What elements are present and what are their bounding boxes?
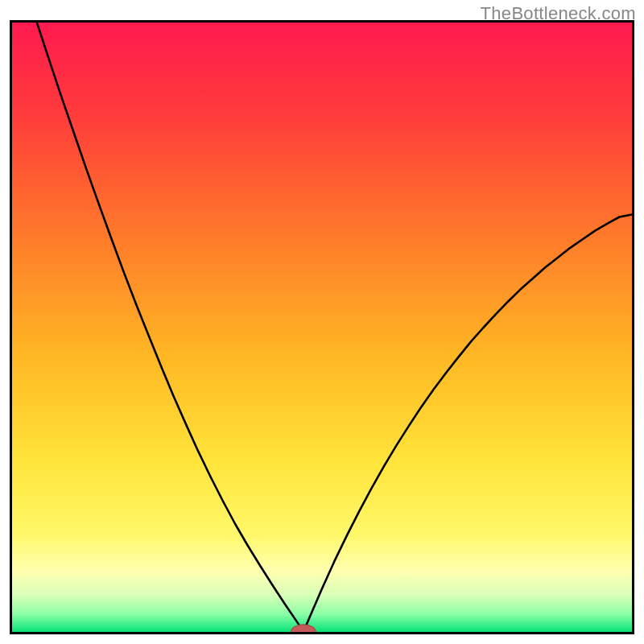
chart-stage: TheBottleneck.com	[0, 0, 644, 644]
background-fill	[12, 23, 632, 632]
plot-frame	[10, 20, 634, 634]
frame-border-right	[632, 20, 634, 634]
plot-svg	[12, 23, 632, 632]
frame-border-bottom	[10, 632, 634, 634]
plot-area	[12, 23, 632, 632]
